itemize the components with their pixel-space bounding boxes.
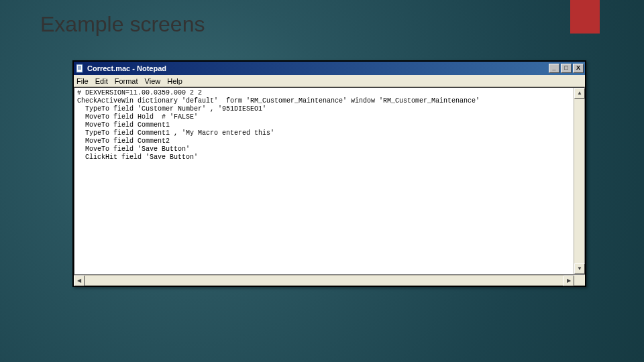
scroll-right-icon[interactable]: ▶ xyxy=(564,276,574,286)
bottom-scroll-row: ◀ ▶ xyxy=(74,275,585,286)
slide-title: Example screens xyxy=(40,12,205,37)
menu-edit[interactable]: Edit xyxy=(95,77,108,85)
svg-rect-0 xyxy=(76,64,83,72)
menu-help[interactable]: Help xyxy=(167,77,182,85)
vertical-scrollbar[interactable]: ▲ ▼ xyxy=(574,88,584,274)
scroll-down-icon[interactable]: ▼ xyxy=(574,263,585,274)
accent-bar xyxy=(570,0,600,34)
vscroll-track[interactable] xyxy=(574,99,584,263)
hscroll-track[interactable] xyxy=(85,276,564,286)
maximize-button[interactable]: □ xyxy=(561,64,572,73)
scroll-up-icon[interactable]: ▲ xyxy=(574,88,585,99)
horizontal-scrollbar[interactable]: ◀ ▶ xyxy=(74,275,574,286)
menu-format[interactable]: Format xyxy=(115,77,138,85)
menu-file[interactable]: File xyxy=(76,77,89,85)
notepad-window: Correct.mac - Notepad _ □ X File Edit Fo… xyxy=(72,60,586,287)
menu-view[interactable]: View xyxy=(145,77,161,85)
scroll-left-icon[interactable]: ◀ xyxy=(74,276,85,286)
text-area[interactable]: # DEXVERSION=11.00.0359.000 2 2 CheckAct… xyxy=(74,88,574,274)
resize-corner[interactable] xyxy=(574,275,585,286)
text-area-wrap: # DEXVERSION=11.00.0359.000 2 2 CheckAct… xyxy=(74,87,585,275)
window-controls: _ □ X xyxy=(549,64,584,73)
titlebar[interactable]: Correct.mac - Notepad _ □ X xyxy=(74,62,585,75)
menubar: File Edit Format View Help xyxy=(74,75,585,87)
window-title: Correct.mac - Notepad xyxy=(87,64,549,72)
close-button[interactable]: X xyxy=(573,64,584,73)
minimize-button[interactable]: _ xyxy=(549,64,559,73)
notepad-icon xyxy=(75,64,85,73)
